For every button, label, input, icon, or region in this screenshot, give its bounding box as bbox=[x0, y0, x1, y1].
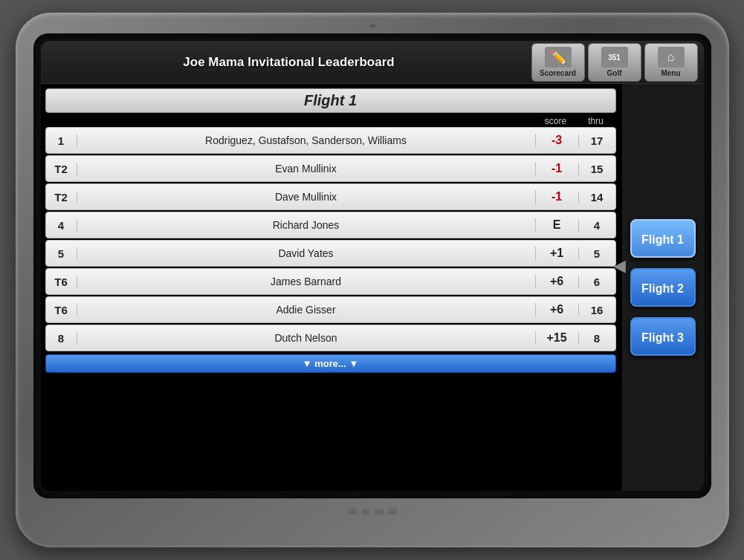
name-cell: Evan Mullinix bbox=[77, 163, 535, 175]
name-cell: Dutch Nelson bbox=[77, 332, 535, 344]
golf-icon: 351 bbox=[601, 47, 628, 68]
camera-dot bbox=[369, 25, 375, 27]
thru-cell: 17 bbox=[578, 134, 615, 147]
rank-cell: T6 bbox=[46, 304, 77, 316]
table-row: T2Dave Mullinix-114 bbox=[45, 183, 616, 210]
score-cell: +1 bbox=[535, 247, 578, 260]
top-bar: Joe Mama Invitational Leaderboard ✏️ Sco… bbox=[41, 41, 704, 84]
flight2-button[interactable]: Flight 2 bbox=[630, 268, 696, 307]
golf-label: Golf bbox=[607, 69, 622, 77]
score-cell: +6 bbox=[535, 275, 578, 288]
arrow-left-icon: ◀ bbox=[613, 256, 626, 276]
leaderboard-panel: Flight 1 score thru 1Rodriguez, Gustafso… bbox=[41, 84, 622, 491]
name-cell: Addie Gisser bbox=[77, 304, 535, 316]
score-cell: -3 bbox=[535, 134, 578, 147]
table-row: 8Dutch Nelson+158 bbox=[45, 325, 616, 351]
dot-3 bbox=[375, 509, 384, 515]
golf-button[interactable]: 351 Golf bbox=[588, 43, 641, 82]
flight3-button[interactable]: Flight 3 bbox=[630, 317, 696, 356]
thru-header: thru bbox=[578, 116, 615, 126]
device-shell: Joe Mama Invitational Leaderboard ✏️ Sco… bbox=[16, 13, 729, 547]
rank-cell: T6 bbox=[46, 276, 77, 288]
dot-1 bbox=[348, 509, 357, 515]
rank-cell: 5 bbox=[46, 247, 77, 260]
dot-2 bbox=[361, 509, 370, 515]
table-row: T6Addie Gisser+616 bbox=[45, 296, 616, 323]
score-cell: E bbox=[535, 218, 578, 232]
thru-cell: 5 bbox=[578, 247, 615, 260]
table-row: 1Rodriguez, Gustafson, Sanderson, Willia… bbox=[45, 127, 616, 154]
thru-cell: 8 bbox=[578, 332, 615, 345]
table-row: T2Evan Mullinix-115 bbox=[45, 155, 616, 182]
name-cell: James Barnard bbox=[77, 276, 535, 287]
scorecard-label: Scorecard bbox=[540, 69, 576, 77]
thru-cell: 16 bbox=[578, 304, 615, 316]
thru-cell: 6 bbox=[578, 276, 615, 288]
thru-cell: 15 bbox=[578, 163, 615, 175]
flight-sidebar: ◀ Flight 1 Flight 2 Flight 3 bbox=[622, 84, 704, 491]
leaderboard-title: Joe Mama Invitational Leaderboard bbox=[47, 55, 531, 70]
nav-buttons: ✏️ Scorecard 351 Golf ⌂ Menu bbox=[531, 43, 698, 82]
name-cell: Richard Jones bbox=[77, 219, 535, 231]
rank-cell: T2 bbox=[46, 163, 77, 175]
screen-bezel: Joe Mama Invitational Leaderboard ✏️ Sco… bbox=[33, 33, 711, 498]
flight-header: Flight 1 bbox=[45, 88, 616, 113]
scorecard-icon: ✏️ bbox=[545, 47, 572, 68]
score-cell: -1 bbox=[535, 162, 578, 175]
column-headers: score thru bbox=[45, 116, 616, 127]
score-cell: +6 bbox=[535, 303, 578, 316]
table-row: T6James Barnard+66 bbox=[45, 268, 616, 295]
rank-cell: 8 bbox=[46, 332, 77, 345]
thru-cell: 4 bbox=[578, 219, 615, 232]
bottom-dots bbox=[348, 503, 397, 521]
menu-label: Menu bbox=[661, 69, 680, 77]
home-icon: ⌂ bbox=[658, 47, 685, 68]
table-row: 4Richard JonesE4 bbox=[45, 212, 616, 238]
rank-cell: T2 bbox=[46, 191, 77, 204]
more-button[interactable]: ▼ more... ▼ bbox=[45, 354, 616, 373]
rank-cell: 4 bbox=[46, 219, 77, 232]
name-cell: David Yates bbox=[77, 247, 535, 259]
menu-button[interactable]: ⌂ Menu bbox=[644, 43, 698, 82]
main-content: Flight 1 score thru 1Rodriguez, Gustafso… bbox=[41, 84, 704, 491]
dot-4 bbox=[388, 509, 397, 515]
name-cell: Rodriguez, Gustafson, Sanderson, William… bbox=[77, 134, 535, 146]
screen: Joe Mama Invitational Leaderboard ✏️ Sco… bbox=[41, 41, 704, 491]
score-cell: -1 bbox=[535, 190, 578, 204]
score-cell: +15 bbox=[535, 331, 578, 345]
score-header: score bbox=[534, 116, 578, 126]
thru-cell: 14 bbox=[578, 191, 615, 204]
flight1-button[interactable]: Flight 1 bbox=[630, 219, 696, 258]
leaderboard-rows: 1Rodriguez, Gustafson, Sanderson, Willia… bbox=[45, 127, 616, 351]
name-cell: Dave Mullinix bbox=[77, 191, 535, 203]
rank-cell: 1 bbox=[46, 134, 77, 147]
scorecard-button[interactable]: ✏️ Scorecard bbox=[531, 43, 585, 82]
table-row: 5David Yates+15 bbox=[45, 240, 616, 267]
